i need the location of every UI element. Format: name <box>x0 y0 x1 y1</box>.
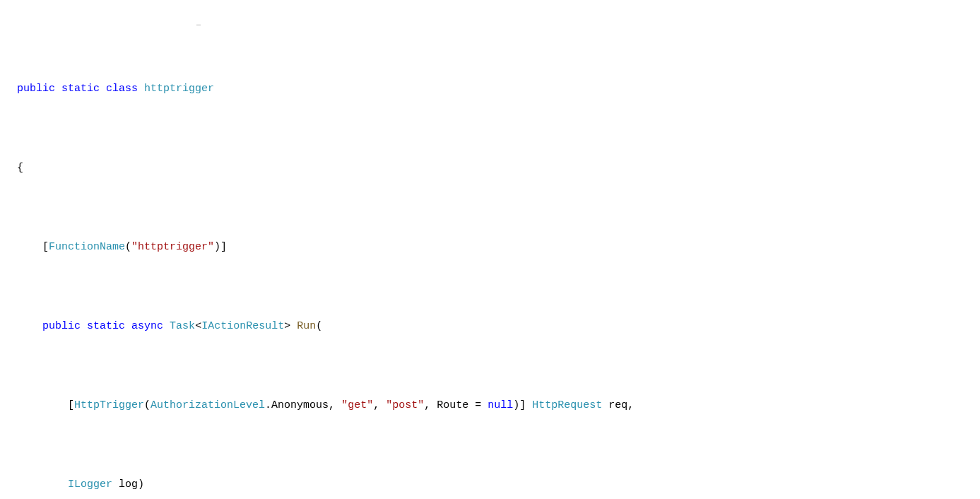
code-line[interactable]: [HttpTrigger(AuthorizationLevel.Anonymou… <box>17 396 980 416</box>
code-line[interactable]: ILogger log) <box>17 475 980 495</box>
code-line[interactable]: { <box>17 158 980 178</box>
code-editor[interactable]: … public static class httptrigger { [Fun… <box>0 0 980 499</box>
collapse-indicator-icon[interactable]: … <box>196 14 201 34</box>
code-line[interactable]: public static async Task<IActionResult> … <box>17 317 980 336</box>
code-line[interactable]: public static class httptrigger <box>17 79 980 99</box>
code-line[interactable]: [FunctionName("httptrigger")] <box>17 237 980 257</box>
